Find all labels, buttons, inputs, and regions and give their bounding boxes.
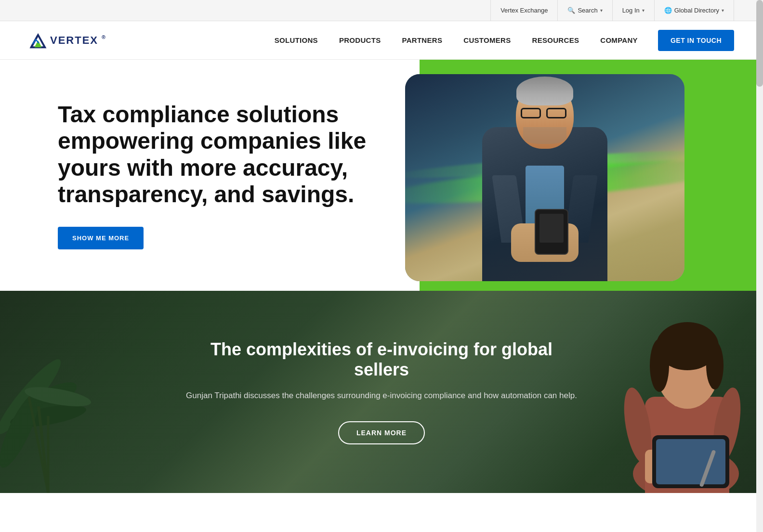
invoicing-subtitle: Gunjan Tripathi discusses the challenges… — [184, 389, 579, 402]
show-me-more-button[interactable]: SHOW ME MORE — [58, 227, 144, 249]
svg-point-19 — [706, 341, 724, 389]
invoicing-content: The complexities of e-invoicing for glob… — [165, 311, 598, 473]
learn-more-button[interactable]: LEARN MORE — [338, 421, 425, 444]
invoicing-section: The complexities of e-invoicing for glob… — [0, 291, 763, 493]
hero-heading: Tax compliance solutions empowering comp… — [58, 101, 381, 208]
person-tablet-right — [570, 291, 763, 493]
login-button[interactable]: Log In ▾ — [613, 0, 655, 21]
vertex-exchange-label: Vertex Exchange — [500, 7, 548, 14]
global-directory-label: Global Directory — [674, 7, 719, 14]
hero-right-visual — [420, 60, 763, 291]
logo-text: VERTEX — [50, 34, 98, 47]
nav-links: SOLUTIONS PRODUCTS PARTNERS CUSTOMERS RE… — [264, 21, 648, 60]
search-button[interactable]: 🔍 Search ▾ — [558, 0, 612, 21]
scrollbar-track[interactable] — [756, 0, 763, 493]
svg-rect-23 — [656, 439, 725, 484]
hero-section: Tax compliance solutions empowering comp… — [0, 60, 763, 291]
global-directory-button[interactable]: 🌐 Global Directory ▾ — [655, 0, 734, 21]
vertex-exchange-link[interactable]: Vertex Exchange — [490, 0, 558, 21]
get-in-touch-button[interactable]: GET IN TOUCH — [658, 30, 734, 51]
login-chevron-icon: ▾ — [642, 8, 645, 13]
vertex-logo-icon — [29, 31, 47, 50]
globe-icon: 🌐 — [664, 7, 672, 14]
nav-customers[interactable]: CUSTOMERS — [453, 21, 521, 60]
main-navigation: VERTEX ® SOLUTIONS PRODUCTS PARTNERS CUS… — [0, 21, 763, 60]
person-hair — [516, 77, 573, 105]
nav-resources[interactable]: RESOURCES — [522, 21, 590, 60]
person-phone — [535, 209, 568, 255]
search-label: Search — [578, 7, 597, 14]
svg-point-18 — [650, 339, 669, 392]
logo[interactable]: VERTEX ® — [29, 31, 105, 50]
hero-left-content: Tax compliance solutions empowering comp… — [0, 72, 420, 278]
login-label: Log In — [622, 7, 640, 14]
nav-products[interactable]: PRODUCTS — [329, 21, 392, 60]
top-bar: Vertex Exchange 🔍 Search ▾ Log In ▾ 🌐 Gl… — [0, 0, 763, 21]
hero-image — [405, 74, 684, 281]
search-chevron-icon: ▾ — [600, 8, 603, 13]
person-head — [516, 81, 574, 149]
nav-solutions[interactable]: SOLUTIONS — [264, 21, 329, 60]
invoicing-title: The complexities of e-invoicing for glob… — [184, 339, 579, 380]
nav-partners[interactable]: PARTNERS — [391, 21, 453, 60]
search-icon: 🔍 — [567, 7, 575, 14]
nav-company[interactable]: COMPANY — [590, 21, 648, 60]
scrollbar-thumb[interactable] — [756, 0, 763, 87]
global-dir-chevron-icon: ▾ — [722, 8, 724, 13]
